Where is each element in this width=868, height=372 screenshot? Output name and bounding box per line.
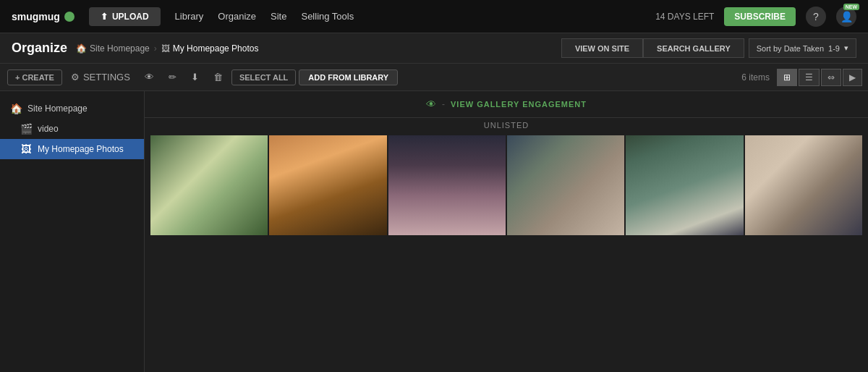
- table-row[interactable]: [745, 135, 862, 235]
- toolbar: + CREATE ⚙ SETTINGS 👁 ✏ ⬇ 🗑 SELECT ALL A…: [0, 64, 868, 91]
- gallery-status: UNLISTED: [145, 118, 868, 135]
- slideshow-icon: ▶: [849, 72, 856, 83]
- gallery-area: 👁 - VIEW GALLERY ENGAGEMENT UNLISTED: [145, 91, 868, 372]
- new-badge: NEW: [843, 4, 859, 10]
- breadcrumb-separator: ›: [154, 43, 157, 54]
- sort-range: 1-9: [828, 44, 840, 53]
- view-on-site-button[interactable]: VIEW ON SITE: [561, 38, 643, 58]
- add-from-library-button[interactable]: ADD FROM LIBRARY: [299, 69, 398, 85]
- sidebar-item-video[interactable]: 🎬 video: [0, 119, 144, 139]
- sort-label: Sort by Date Taken: [757, 44, 824, 53]
- compare-view-button[interactable]: ⇔: [821, 69, 841, 86]
- sidebar: 🏠 Site Homepage 🎬 video 🖼 My Homepage Ph…: [0, 91, 145, 372]
- breadcrumb-current-label: My Homepage Photos: [173, 43, 259, 54]
- upload-icon: ⬆: [101, 12, 108, 22]
- download-tool-button[interactable]: ⬇: [184, 67, 206, 87]
- header-actions: VIEW ON SITE SEARCH GALLERY Sort by Date…: [561, 38, 856, 58]
- logo-text: smugmug: [12, 11, 60, 22]
- help-icon: ?: [813, 11, 819, 22]
- grid-view-button[interactable]: ⊞: [777, 69, 797, 86]
- list-view-button[interactable]: ☰: [799, 69, 820, 86]
- table-row[interactable]: [507, 135, 624, 235]
- table-row[interactable]: [626, 135, 743, 235]
- create-button[interactable]: + CREATE: [7, 69, 62, 85]
- help-button[interactable]: ?: [806, 7, 826, 27]
- gallery-icon: 🖼: [20, 143, 32, 155]
- items-count: 6 items: [741, 72, 770, 83]
- sidebar-item-my-homepage-photos[interactable]: 🖼 My Homepage Photos: [0, 139, 144, 159]
- table-row[interactable]: [269, 135, 386, 235]
- list-icon: ☰: [805, 72, 813, 83]
- dash-separator: -: [442, 99, 445, 109]
- logo-badge: [64, 12, 75, 22]
- settings-label: SETTINGS: [83, 72, 130, 83]
- select-all-button[interactable]: SELECT ALL: [231, 69, 296, 85]
- upload-button[interactable]: ⬆ UPLOAD: [89, 7, 161, 26]
- compare-icon: ⇔: [827, 72, 835, 83]
- breadcrumb-site-home[interactable]: 🏠 Site Homepage: [76, 43, 150, 54]
- pencil-tool-button[interactable]: ✏: [161, 67, 184, 87]
- gallery-header: 👁 - VIEW GALLERY ENGAGEMENT: [145, 91, 868, 118]
- gear-icon: ⚙: [71, 72, 80, 83]
- search-gallery-button[interactable]: SEARCH GALLERY: [643, 38, 744, 58]
- eye-icon: 👁: [145, 72, 154, 83]
- nav-link-selling-tools[interactable]: Selling Tools: [301, 11, 354, 22]
- trash-icon: 🗑: [213, 72, 223, 83]
- home-icon: 🏠: [10, 103, 22, 114]
- table-row[interactable]: [150, 135, 268, 235]
- nav-links: Library Organize Site Selling Tools: [175, 11, 642, 22]
- pencil-icon: ✏: [169, 72, 176, 83]
- main-layout: 🏠 Site Homepage 🎬 video 🖼 My Homepage Ph…: [0, 91, 868, 372]
- sidebar-item-label: My Homepage Photos: [38, 144, 124, 154]
- sidebar-item-label: Site Homepage: [27, 103, 88, 114]
- gallery-icon: 🖼: [161, 43, 170, 54]
- user-icon: 👤: [841, 11, 853, 22]
- sidebar-item-label: video: [38, 124, 59, 134]
- settings-button[interactable]: ⚙ SETTINGS: [64, 67, 137, 87]
- photo-grid: [145, 135, 868, 241]
- grid-icon: ⊞: [783, 72, 791, 83]
- days-left: 14 DAYS LEFT: [655, 12, 714, 22]
- page-title: Organize: [12, 41, 67, 56]
- download-icon: ⬇: [191, 72, 199, 83]
- breadcrumb-bar: Organize 🏠 Site Homepage › 🖼 My Homepage…: [0, 33, 868, 64]
- view-gallery-engagement-link[interactable]: VIEW GALLERY ENGAGEMENT: [451, 100, 587, 109]
- breadcrumb-site-home-label: Site Homepage: [90, 43, 150, 54]
- chevron-down-icon: ▾: [844, 43, 848, 53]
- upload-label: UPLOAD: [112, 12, 149, 22]
- nav-link-organize[interactable]: Organize: [218, 11, 256, 22]
- slideshow-view-button[interactable]: ▶: [843, 69, 862, 86]
- trash-tool-button[interactable]: 🗑: [206, 67, 230, 87]
- logo[interactable]: smugmug: [12, 11, 75, 22]
- top-nav: smugmug ⬆ UPLOAD Library Organize Site S…: [0, 0, 868, 33]
- user-avatar[interactable]: 👤 NEW: [836, 7, 856, 27]
- subscribe-button[interactable]: SUBSCRIBE: [724, 7, 796, 26]
- eye-icon: 👁: [426, 98, 436, 110]
- breadcrumb: 🏠 Site Homepage › 🖼 My Homepage Photos: [76, 43, 553, 54]
- breadcrumb-current-item[interactable]: 🖼 My Homepage Photos: [161, 43, 259, 54]
- view-toggle: ⊞ ☰ ⇔ ▶: [777, 69, 862, 86]
- table-row[interactable]: [388, 135, 506, 235]
- sidebar-item-site-home[interactable]: 🏠 Site Homepage: [0, 98, 144, 119]
- nav-link-library[interactable]: Library: [175, 11, 204, 22]
- nav-link-site[interactable]: Site: [271, 11, 286, 22]
- sort-dropdown[interactable]: Sort by Date Taken 1-9 ▾: [749, 38, 856, 58]
- eye-tool-button[interactable]: 👁: [137, 67, 161, 87]
- home-icon: 🏠: [76, 43, 87, 54]
- video-icon: 🎬: [20, 123, 32, 135]
- nav-right: 14 DAYS LEFT SUBSCRIBE ? 👤 NEW: [655, 7, 856, 27]
